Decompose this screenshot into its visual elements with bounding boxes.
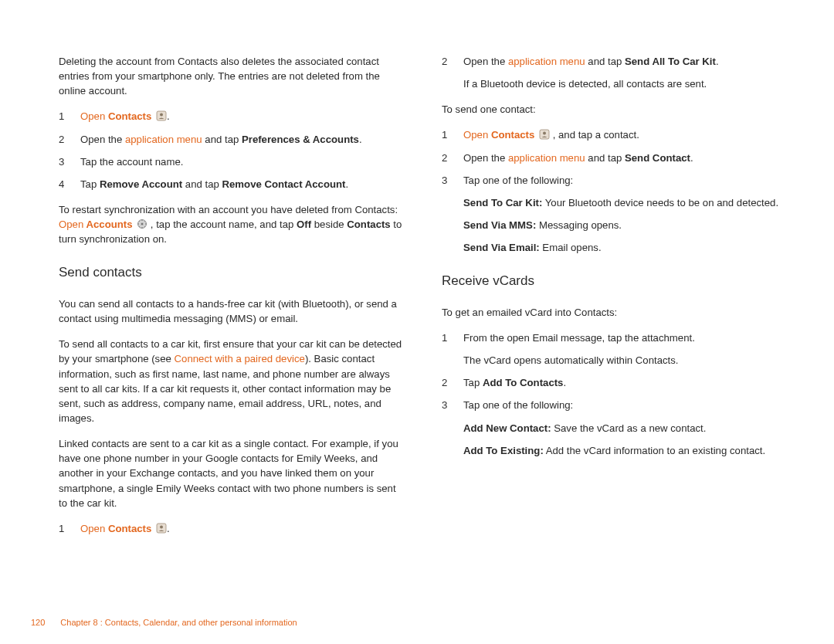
application-menu-link[interactable]: application menu	[125, 134, 202, 145]
step-result: The vCard opens automatically within Con…	[442, 353, 788, 368]
period: .	[563, 377, 566, 388]
option-label: Send Via MMS:	[463, 219, 536, 231]
step-body: From the open Email message, tap the att…	[463, 330, 788, 345]
application-menu-link[interactable]: application menu	[508, 152, 585, 164]
option-body: Send Via Email: Email opens.	[463, 240, 788, 255]
restart-sync-paragraph: To restart synchronization with an accou…	[59, 202, 405, 246]
remove-contact-account-label: Remove Contact Account	[222, 178, 346, 190]
open-link[interactable]: Open	[463, 129, 488, 141]
prefs-accounts-label: Preferences & Accounts	[242, 134, 359, 145]
step-number: 2	[442, 375, 463, 390]
left-column: Deleting the account from Contacts also …	[59, 54, 405, 547]
open-link[interactable]: Open	[59, 219, 83, 230]
step-body: Open Contacts , and tap a contact.	[463, 127, 788, 142]
option-body: Add To Existing: Add the vCard informati…	[463, 443, 788, 458]
send-all-steps-cont: 2 Open the application menu and tap Send…	[442, 54, 788, 91]
option-label: Send Via Email:	[463, 242, 540, 253]
send-contact-label: Send Contact	[625, 152, 690, 164]
step-body: Tap one of the following:	[463, 398, 788, 412]
open-link[interactable]: Open	[80, 110, 105, 122]
step-4: 4 Tap Remove Account and tap Remove Cont…	[59, 177, 405, 192]
add-to-contacts-label: Add To Contacts	[483, 377, 564, 388]
step-body: Open the application menu and tap Send A…	[463, 54, 788, 69]
accounts-icon	[137, 219, 147, 229]
option-label: Add To Existing:	[463, 445, 544, 456]
text: , and tap a contact.	[550, 129, 639, 141]
receive-vcards-heading: Receive vCards	[442, 272, 788, 291]
option-text: Your Bluetooth device needs to be on and…	[542, 197, 778, 208]
contacts-link[interactable]: Contacts	[105, 523, 154, 534]
step-body: Tap the account name.	[80, 154, 405, 169]
option-body: Add New Contact: Save the vCard as a new…	[463, 421, 788, 436]
option-body: Send To Car Kit: Your Bluetooth device n…	[463, 195, 788, 210]
application-menu-link[interactable]: application menu	[508, 56, 585, 67]
option-body: Send Via MMS: Messaging opens.	[463, 218, 788, 232]
step-1: 1 From the open Email message, tap the a…	[442, 330, 788, 345]
option-text: Messaging opens.	[536, 219, 622, 231]
option-label: Add New Contact:	[463, 422, 551, 434]
step-body: Tap Add To Contacts.	[463, 375, 788, 390]
period: .	[690, 152, 693, 164]
option-text: Add the vCard information to an existing…	[544, 445, 765, 456]
receive-intro: To get an emailed vCard into Contacts:	[442, 305, 788, 320]
send-one-intro: To send one contact:	[442, 102, 788, 117]
intro-paragraph: Deleting the account from Contacts also …	[59, 54, 405, 98]
step-number: 1	[59, 521, 80, 536]
period: .	[345, 178, 348, 190]
text: To restart synchronization with an accou…	[59, 204, 398, 215]
send-paragraph-3: Linked contacts are sent to a car kit as…	[59, 436, 405, 510]
step-2: 2 Open the application menu and tap Send…	[442, 151, 788, 165]
step-result: If a Bluetooth device is detected, all c…	[442, 76, 788, 91]
step-number: 3	[442, 173, 463, 188]
step-2: 2 Tap Add To Contacts.	[442, 375, 788, 390]
period: .	[167, 110, 170, 122]
accounts-link[interactable]: Accounts	[83, 219, 135, 230]
page-number: 120	[31, 618, 45, 627]
connect-paired-device-link[interactable]: Connect with a paired device	[175, 353, 305, 364]
step-2: 2 Open the application menu and tap Send…	[442, 54, 788, 69]
svg-point-1	[160, 114, 163, 117]
contacts-link[interactable]: Contacts	[488, 129, 537, 141]
text: and tap	[182, 178, 222, 190]
contacts-icon	[156, 523, 167, 534]
send-all-steps: 1 Open Contacts .	[59, 521, 405, 536]
step-number: 2	[59, 132, 80, 147]
svg-point-7	[543, 132, 546, 135]
page-footer: 120Chapter 8 : Contacts, Calendar, and o…	[31, 618, 297, 627]
open-link[interactable]: Open	[80, 523, 105, 534]
chapter-label: Chapter 8 : Contacts, Calendar, and othe…	[60, 618, 297, 627]
step-1: 1 Open Contacts .	[59, 109, 405, 124]
contacts-label: Contacts	[347, 219, 390, 230]
step-3: 3 Tap one of the following:	[442, 398, 788, 412]
contacts-link[interactable]: Contacts	[105, 110, 154, 122]
option-text: Email opens.	[540, 242, 602, 253]
remove-account-label: Remove Account	[100, 178, 182, 190]
step-2: 2 Open the application menu and tap Pref…	[59, 132, 405, 147]
step-body: If a Bluetooth device is detected, all c…	[463, 76, 788, 91]
send-contacts-heading: Send contacts	[59, 263, 405, 283]
svg-point-5	[160, 525, 163, 528]
receive-steps: 1 From the open Email message, tap the a…	[442, 330, 788, 458]
step-number: 4	[59, 177, 80, 192]
page-content: Deleting the account from Contacts also …	[0, 0, 834, 547]
contacts-icon	[156, 110, 167, 121]
step-1: 1 Open Contacts .	[59, 521, 405, 536]
text: Tap	[80, 178, 100, 190]
step-body: Open Contacts .	[80, 109, 405, 124]
option-add-new: Add New Contact: Save the vCard as a new…	[442, 421, 788, 436]
step-body: Tap Remove Account and tap Remove Contac…	[80, 177, 405, 192]
period: .	[167, 523, 170, 534]
step-body: Tap one of the following:	[463, 173, 788, 188]
text: beside	[311, 219, 347, 230]
option-label: Send To Car Kit:	[463, 197, 542, 208]
text: and tap	[585, 56, 625, 67]
text: Tap	[463, 377, 483, 388]
svg-point-3	[141, 223, 144, 225]
step-number: 1	[59, 109, 80, 124]
text: , tap the account name, and tap	[147, 219, 297, 230]
send-paragraph-2: To send all contacts to a car kit, first…	[59, 337, 405, 425]
step-1: 1 Open Contacts , and tap a contact.	[442, 127, 788, 142]
option-text: Save the vCard as a new contact.	[551, 422, 707, 434]
step-body: Open the application menu and tap Prefer…	[80, 132, 405, 147]
text: and tap	[202, 134, 242, 145]
